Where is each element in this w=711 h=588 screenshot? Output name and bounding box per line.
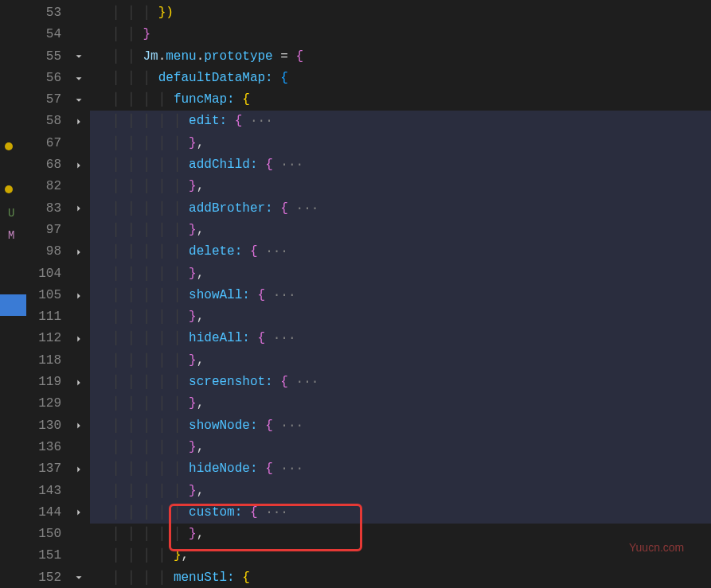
fold-spacer: [68, 133, 90, 154]
line-number: 82: [26, 176, 68, 197]
line-number: 67: [26, 133, 68, 154]
line-number: 83: [26, 198, 68, 220]
modified-decoration-icon: [5, 185, 13, 193]
line-number: 130: [26, 415, 68, 437]
fold-spacer: [68, 24, 90, 45]
fold-spacer: [68, 2, 90, 24]
code-line[interactable]: │ │ │ │ │ },: [90, 524, 711, 545]
code-line[interactable]: │ │ │ │ │ },: [90, 481, 711, 502]
code-line[interactable]: │ │ │ │ │ custom: { ···: [90, 502, 711, 524]
line-number: 98: [26, 241, 68, 263]
line-number: 152: [26, 567, 68, 588]
code-line[interactable]: │ │ │ │ │ showAll: { ···: [90, 285, 711, 306]
line-number: 55: [26, 46, 68, 68]
code-line[interactable]: │ │ │ │ │ addBrother: { ···: [90, 198, 711, 220]
code-line[interactable]: │ │ │ │ │ },: [90, 393, 711, 415]
fold-spacer: [68, 393, 90, 415]
code-line[interactable]: │ │ │ │ │ hideAll: { ···: [90, 328, 711, 349]
fold-spacer: [68, 545, 90, 567]
code-line[interactable]: │ │ │ │ },: [90, 545, 711, 567]
line-number: 97: [26, 220, 68, 241]
chevron-right-icon[interactable]: [68, 502, 90, 524]
code-line[interactable]: │ │ │ │ │ },: [90, 437, 711, 458]
code-line[interactable]: │ │ │ │ │ screenshot: { ···: [90, 372, 711, 393]
code-line[interactable]: │ │ │ │ │ addChild: { ···: [90, 154, 711, 176]
fold-spacer: [68, 306, 90, 328]
code-line[interactable]: │ │ │ │ │ },: [90, 220, 711, 241]
line-number: 54: [26, 24, 68, 45]
code-line[interactable]: │ │ │ │ │ hideNode: { ···: [90, 458, 711, 480]
code-line[interactable]: │ │ │ │ │ },: [90, 133, 711, 154]
chevron-down-icon[interactable]: [68, 68, 90, 89]
code-line[interactable]: │ │ │ │ funcMap: {: [90, 89, 711, 111]
code-line[interactable]: │ │ │ │ │ delete: { ···: [90, 241, 711, 263]
git-modified-icon: M: [8, 229, 14, 242]
line-number: 143: [26, 481, 68, 502]
line-number: 151: [26, 545, 68, 567]
line-number: 105: [26, 285, 68, 306]
code-line[interactable]: │ │ │ defaultDataMap: {: [90, 68, 711, 89]
chevron-right-icon[interactable]: [68, 111, 90, 132]
editor-container: U M 535455565758676882839798104105111112…: [0, 0, 711, 588]
glyph-margin: U M: [0, 0, 26, 588]
code-line[interactable]: │ │ │ │ │ },: [90, 263, 711, 285]
code-line[interactable]: │ │ Jm.menu.prototype = {: [90, 46, 711, 68]
fold-spacer: [68, 263, 90, 285]
chevron-down-icon[interactable]: [68, 567, 90, 588]
chevron-right-icon[interactable]: [68, 241, 90, 263]
chevron-right-icon[interactable]: [68, 285, 90, 306]
line-number: 68: [26, 154, 68, 176]
chevron-right-icon[interactable]: [68, 198, 90, 220]
code-line[interactable]: │ │ │ │ │ showNode: { ···: [90, 415, 711, 437]
line-number: 112: [26, 328, 68, 349]
line-number: 111: [26, 306, 68, 328]
fold-spacer: [68, 481, 90, 502]
code-line[interactable]: │ │ │ }): [90, 2, 711, 24]
chevron-right-icon[interactable]: [68, 415, 90, 437]
line-number: 144: [26, 502, 68, 524]
fold-spacer: [68, 220, 90, 241]
fold-spacer: [68, 176, 90, 197]
line-number: 137: [26, 458, 68, 480]
fold-gutter: [68, 0, 90, 588]
code-line[interactable]: │ │ │ │ menuStl: {: [90, 567, 711, 588]
chevron-right-icon[interactable]: [68, 154, 90, 176]
line-number: 119: [26, 372, 68, 393]
chevron-down-icon[interactable]: [68, 89, 90, 111]
line-number: 118: [26, 350, 68, 372]
code-line[interactable]: │ │ │ │ │ edit: { ···: [90, 111, 711, 132]
selected-line-marker: [0, 294, 26, 316]
line-number: 57: [26, 89, 68, 111]
code-line[interactable]: │ │ │ │ │ },: [90, 306, 711, 328]
code-line[interactable]: │ │ }: [90, 24, 711, 45]
code-line[interactable]: │ │ │ │ │ },: [90, 176, 711, 197]
chevron-right-icon[interactable]: [68, 372, 90, 393]
fold-spacer: [68, 437, 90, 458]
line-number: 58: [26, 111, 68, 132]
line-numbers-gutter: 5354555657586768828397981041051111121181…: [26, 0, 68, 588]
git-untracked-icon: U: [8, 207, 14, 220]
modified-decoration-icon: [5, 142, 13, 150]
fold-spacer: [68, 524, 90, 545]
line-number: 56: [26, 68, 68, 89]
line-number: 150: [26, 524, 68, 545]
line-number: 136: [26, 437, 68, 458]
fold-spacer: [68, 350, 90, 372]
line-number: 53: [26, 2, 68, 24]
line-number: 104: [26, 263, 68, 285]
line-number: 129: [26, 393, 68, 415]
code-line[interactable]: │ │ │ │ │ },: [90, 350, 711, 372]
chevron-right-icon[interactable]: [68, 328, 90, 349]
code-area[interactable]: │ │ │ })│ │ }│ │ Jm.menu.prototype = {│ …: [90, 0, 711, 588]
chevron-right-icon[interactable]: [68, 458, 90, 480]
chevron-down-icon[interactable]: [68, 46, 90, 68]
